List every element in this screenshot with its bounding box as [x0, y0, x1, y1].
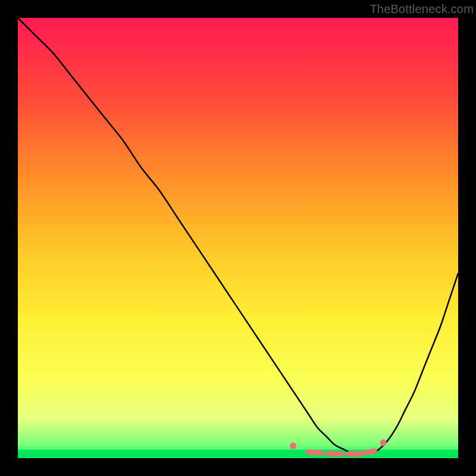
trough-dot: [380, 440, 387, 446]
curve-svg: [18, 18, 458, 458]
trough-dash: [348, 454, 361, 455]
trough-dash: [328, 454, 342, 455]
trough-dash: [366, 451, 375, 453]
chart-frame: TheBottleneck.com: [0, 0, 476, 476]
trough-dot: [290, 443, 296, 449]
plot-area: [18, 18, 458, 458]
watermark-text: TheBottleneck.com: [369, 2, 474, 16]
trough-dash: [308, 452, 321, 453]
bottleneck-curve: [18, 18, 458, 454]
